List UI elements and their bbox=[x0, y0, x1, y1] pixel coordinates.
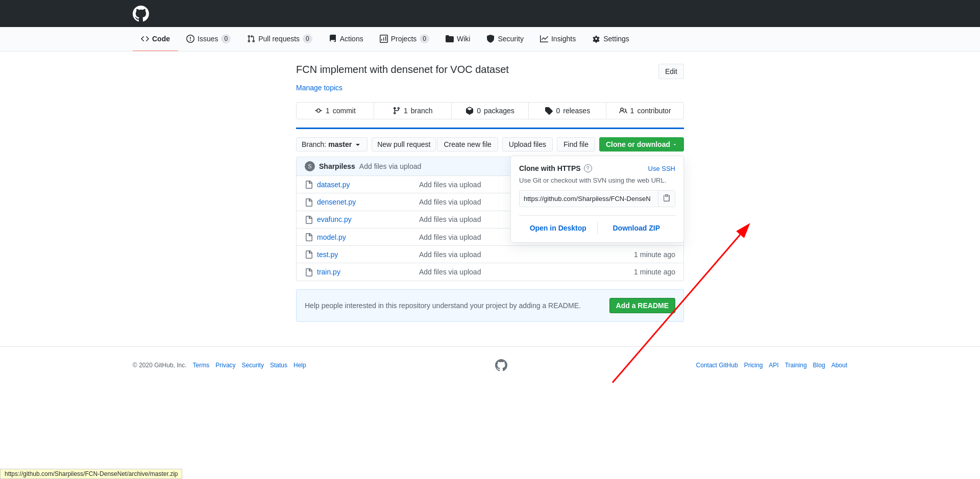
readme-banner: Help people interested in this repositor… bbox=[296, 289, 684, 322]
tab-projects[interactable]: Projects 0 bbox=[372, 27, 437, 52]
tab-code-label: Code bbox=[152, 35, 170, 43]
commits-icon bbox=[314, 107, 323, 115]
tab-insights[interactable]: Insights bbox=[532, 27, 584, 52]
footer-about-link[interactable]: About bbox=[831, 362, 847, 369]
file-icon bbox=[305, 180, 313, 189]
file-name-link[interactable]: dataset.py bbox=[317, 181, 419, 189]
footer-status-link[interactable]: Status bbox=[270, 362, 287, 369]
create-new-file-button[interactable]: Create new file bbox=[437, 137, 498, 152]
file-icon bbox=[305, 215, 313, 224]
branches-stat[interactable]: 1 branch bbox=[374, 103, 452, 119]
file-time: 1 minute ago bbox=[624, 250, 675, 259]
table-row: test.py Add files via upload 1 minute ag… bbox=[297, 246, 683, 263]
contributors-label: contributor bbox=[637, 107, 671, 115]
file-name-link[interactable]: test.py bbox=[317, 250, 419, 259]
tab-settings-label: Settings bbox=[603, 35, 629, 43]
footer: © 2020 GitHub, Inc. Terms Privacy Securi… bbox=[0, 346, 980, 384]
code-icon bbox=[141, 35, 149, 43]
use-ssh-link[interactable]: Use SSH bbox=[648, 165, 675, 172]
edit-button[interactable]: Edit bbox=[658, 64, 684, 79]
file-name-link[interactable]: train.py bbox=[317, 268, 419, 276]
footer-training-link[interactable]: Training bbox=[785, 362, 807, 369]
contributors-count: 1 bbox=[630, 107, 634, 115]
copy-url-button[interactable] bbox=[658, 191, 675, 207]
readme-message: Help people interested in this repositor… bbox=[305, 301, 581, 310]
repo-tabs: Code Issues 0 Pull requests 0 Actions Pr… bbox=[0, 27, 980, 52]
packages-stat[interactable]: 0 packages bbox=[452, 103, 529, 119]
file-name-link[interactable]: densenet.py bbox=[317, 198, 419, 206]
clone-download-button[interactable]: Clone or download bbox=[599, 137, 684, 152]
packages-count: 0 bbox=[477, 107, 481, 115]
tab-projects-label: Projects bbox=[391, 35, 417, 43]
upload-files-button[interactable]: Upload files bbox=[502, 137, 553, 152]
new-pull-request-button[interactable]: New pull request bbox=[372, 137, 436, 152]
tab-security[interactable]: Security bbox=[478, 27, 532, 52]
contributors-stat[interactable]: 1 contributor bbox=[606, 103, 683, 119]
branch-prefix: Branch: bbox=[302, 140, 326, 148]
branch-name: master bbox=[328, 140, 352, 148]
download-zip-link[interactable]: Download ZIP bbox=[598, 222, 676, 234]
projects-count: 0 bbox=[420, 34, 429, 43]
tab-issues[interactable]: Issues 0 bbox=[178, 27, 239, 52]
packages-label: packages bbox=[484, 107, 514, 115]
footer-contact-link[interactable]: Contact GitHub bbox=[696, 362, 738, 369]
projects-icon bbox=[380, 35, 388, 43]
branches-count: 1 bbox=[404, 107, 408, 115]
footer-pricing-link[interactable]: Pricing bbox=[744, 362, 763, 369]
clone-dropdown: Clone with HTTPS ? Use SSH Use Git or ch… bbox=[510, 156, 684, 243]
file-commit-message: Add files via upload bbox=[419, 250, 624, 259]
footer-help-link[interactable]: Help bbox=[293, 362, 306, 369]
add-readme-button[interactable]: Add a README bbox=[609, 298, 675, 313]
settings-icon bbox=[592, 35, 600, 43]
footer-security-link[interactable]: Security bbox=[242, 362, 264, 369]
stats-bar: 1 commit 1 branch 0 packages 0 releases … bbox=[296, 102, 684, 119]
pr-count: 0 bbox=[303, 34, 312, 43]
find-file-button[interactable]: Find file bbox=[557, 137, 595, 152]
branch-selector[interactable]: Branch: master bbox=[296, 137, 368, 152]
file-name-link[interactable]: evafunc.py bbox=[317, 215, 419, 223]
clone-actions: Open in Desktop Download ZIP bbox=[519, 215, 675, 234]
tab-pull-requests[interactable]: Pull requests 0 bbox=[239, 27, 321, 52]
clone-help-icon[interactable]: ? bbox=[584, 164, 592, 172]
clone-url-input[interactable] bbox=[520, 192, 658, 206]
clone-download-label: Clone or download bbox=[606, 140, 670, 148]
tab-code[interactable]: Code bbox=[133, 27, 178, 52]
clipboard-icon bbox=[663, 194, 671, 202]
releases-stat[interactable]: 0 releases bbox=[529, 103, 606, 119]
clone-description: Use Git or checkout with SVN using the w… bbox=[519, 177, 675, 184]
repo-title: FCN implement with densenet for VOC data… bbox=[296, 64, 509, 75]
releases-count: 0 bbox=[556, 107, 560, 115]
commits-stat[interactable]: 1 commit bbox=[297, 103, 374, 119]
issues-icon bbox=[186, 35, 194, 43]
chevron-down-icon bbox=[354, 140, 362, 148]
tab-wiki[interactable]: Wiki bbox=[437, 27, 478, 52]
tab-actions[interactable]: Actions bbox=[321, 27, 372, 52]
pr-icon bbox=[247, 35, 255, 43]
file-toolbar: Branch: master New pull request Create n… bbox=[296, 137, 684, 152]
tag-icon bbox=[545, 107, 553, 115]
footer-privacy-link[interactable]: Privacy bbox=[215, 362, 235, 369]
file-commit-message: Add files via upload bbox=[419, 268, 624, 276]
file-time: 1 minute ago bbox=[624, 268, 675, 276]
branch-icon bbox=[393, 107, 401, 115]
file-icon bbox=[305, 197, 313, 206]
commit-message: Add files via upload bbox=[359, 162, 421, 170]
file-icon bbox=[305, 250, 313, 259]
footer-api-link[interactable]: API bbox=[769, 362, 778, 369]
tab-security-label: Security bbox=[498, 35, 524, 43]
commits-count: 1 bbox=[326, 107, 330, 115]
insights-icon bbox=[540, 35, 548, 43]
github-logo-icon bbox=[133, 6, 149, 22]
issues-count: 0 bbox=[221, 34, 231, 43]
actions-icon bbox=[329, 35, 337, 43]
copyright: © 2020 GitHub, Inc. bbox=[133, 362, 187, 369]
commit-author[interactable]: Sharpiless bbox=[319, 162, 355, 170]
file-name-link[interactable]: model.py bbox=[317, 233, 419, 241]
manage-topics-link[interactable]: Manage topics bbox=[296, 84, 684, 92]
security-icon bbox=[486, 35, 495, 43]
footer-terms-link[interactable]: Terms bbox=[193, 362, 210, 369]
tab-settings[interactable]: Settings bbox=[584, 27, 638, 52]
open-in-desktop-link[interactable]: Open in Desktop bbox=[519, 222, 597, 234]
wiki-icon bbox=[446, 35, 454, 43]
footer-blog-link[interactable]: Blog bbox=[813, 362, 825, 369]
